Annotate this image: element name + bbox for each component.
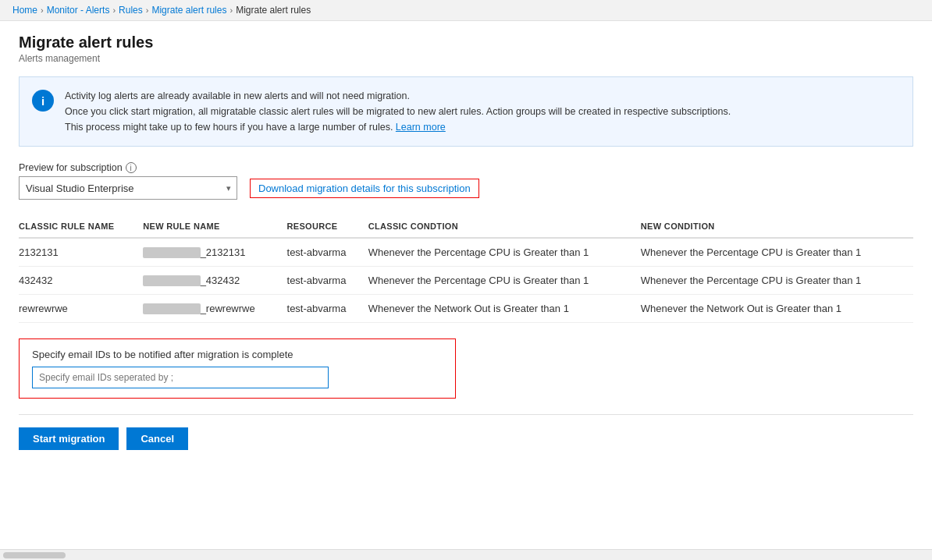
redacted-prefix: migrated____	[143, 247, 200, 258]
divider	[19, 414, 913, 415]
rules-table: Classic Rule Name New Rule Name Resource…	[19, 215, 913, 323]
breadcrumb-monitor-alerts[interactable]: Monitor - Alerts	[47, 5, 110, 16]
breadcrumb-current: Migrate alert rules	[236, 5, 311, 16]
info-line3: This process might take up to few hours …	[65, 122, 393, 133]
breadcrumb-sep-4: ›	[229, 5, 233, 15]
scroll-area	[0, 549, 932, 560]
cell-classic-condition: Whenever the Percentage CPU is Greater t…	[368, 238, 641, 267]
cell-new-name: migrated_____rewrewrwe	[143, 295, 286, 323]
info-line2: Once you click start migration, all migr…	[65, 106, 731, 117]
page-title: Migrate alert rules	[19, 34, 913, 51]
table-header-row: Classic Rule Name New Rule Name Resource…	[19, 215, 913, 238]
cell-new-condition: Whenever the Network Out is Greater than…	[641, 295, 913, 323]
redacted-prefix: migrated____	[143, 303, 200, 314]
page-subtitle: Alerts management	[19, 53, 913, 64]
breadcrumb-rules[interactable]: Rules	[119, 5, 143, 16]
breadcrumb-sep-3: ›	[146, 5, 149, 15]
col-new-rule-name: New Rule Name	[143, 215, 286, 238]
info-banner-text: Activity log alerts are already availabl…	[65, 88, 731, 135]
cancel-button[interactable]: Cancel	[126, 427, 188, 450]
col-new-condition: New Condition	[641, 215, 913, 238]
cell-new-name: migrated_____432432	[143, 267, 286, 295]
email-label: Specify email IDs to be notified after m…	[32, 349, 443, 360]
learn-more-link[interactable]: Learn more	[396, 122, 446, 133]
main-content: Migrate alert rules Alerts management i …	[0, 21, 932, 463]
subscription-label: Preview for subscription i	[19, 162, 237, 173]
breadcrumb-home[interactable]: Home	[12, 5, 37, 16]
subscription-row: Preview for subscription i Visual Studio…	[19, 162, 913, 200]
col-classic-rule-name: Classic Rule Name	[19, 215, 143, 238]
email-section: Specify email IDs to be notified after m…	[19, 338, 456, 399]
info-icon: i	[32, 90, 54, 112]
cell-new-condition: Whenever the Percentage CPU is Greater t…	[641, 238, 913, 267]
cell-classic-condition: Whenever the Network Out is Greater than…	[368, 295, 641, 323]
breadcrumb: Home › Monitor - Alerts › Rules › Migrat…	[0, 0, 932, 21]
start-migration-button[interactable]: Start migration	[19, 427, 119, 450]
table-row: 432432migrated_____432432test-abvarmaWhe…	[19, 267, 913, 295]
breadcrumb-sep-1: ›	[41, 5, 44, 15]
col-classic-condition: Classic Condtion	[368, 215, 641, 238]
cell-resource: test-abvarma	[287, 238, 368, 267]
info-banner: i Activity log alerts are already availa…	[19, 76, 913, 147]
button-row: Start migration Cancel	[19, 427, 913, 450]
table-row: 2132131migrated_____2132131test-abvarmaW…	[19, 238, 913, 267]
cell-resource: test-abvarma	[287, 295, 368, 323]
cell-classic-name: 432432	[19, 267, 143, 295]
cell-classic-condition: Whenever the Percentage CPU is Greater t…	[368, 267, 641, 295]
redacted-prefix: migrated____	[143, 275, 200, 286]
cell-classic-name: 2132131	[19, 238, 143, 267]
cell-classic-name: rewrewrwe	[19, 295, 143, 323]
cell-new-name: migrated_____2132131	[143, 238, 286, 267]
subscription-select[interactable]: Visual Studio Enterprise	[19, 176, 237, 200]
info-line1: Activity log alerts are already availabl…	[65, 90, 410, 101]
col-resource: Resource	[287, 215, 368, 238]
download-migration-link[interactable]: Download migration details for this subs…	[250, 179, 479, 198]
cell-resource: test-abvarma	[287, 267, 368, 295]
subscription-dropdown-wrapper: Visual Studio Enterprise ▾	[19, 176, 237, 200]
table-row: rewrewrwemigrated_____rewrewrwetest-abva…	[19, 295, 913, 323]
subscription-info-icon: i	[126, 162, 137, 173]
cell-new-condition: Whenever the Percentage CPU is Greater t…	[641, 267, 913, 295]
email-input[interactable]	[32, 367, 329, 388]
breadcrumb-sep-2: ›	[112, 5, 116, 15]
breadcrumb-migrate-1[interactable]: Migrate alert rules	[151, 5, 226, 16]
subscription-select-wrapper: Preview for subscription i Visual Studio…	[19, 162, 237, 200]
scroll-thumb	[3, 552, 66, 558]
